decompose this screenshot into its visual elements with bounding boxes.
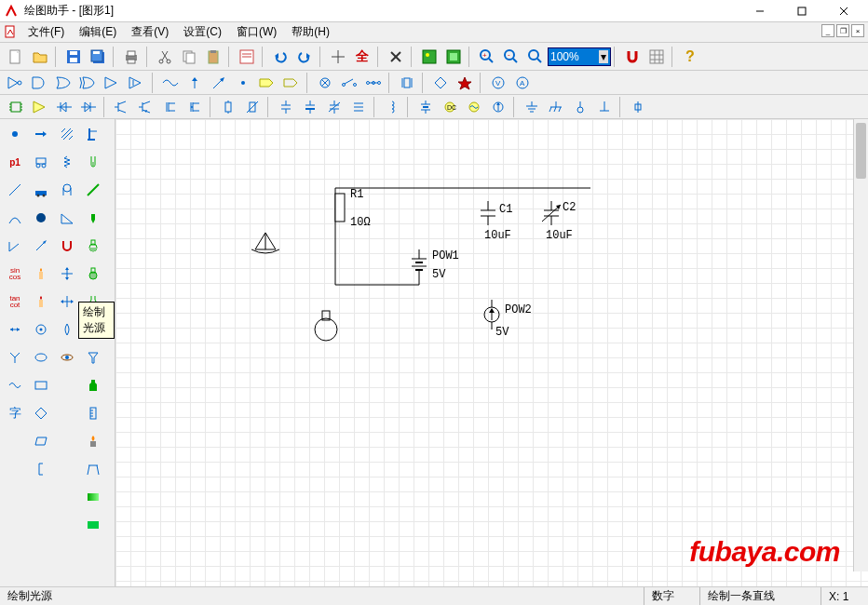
line-tool[interactable]	[3, 178, 27, 202]
parallelogram-tool[interactable]	[29, 429, 53, 453]
not-gate-icon[interactable]	[5, 72, 27, 94]
line-tool2[interactable]	[81, 178, 105, 202]
image-tool-1[interactable]	[418, 46, 441, 68]
switch-closed-icon[interactable]	[362, 72, 385, 94]
redo-button[interactable]	[293, 46, 316, 68]
zoom-in-button[interactable]: +	[476, 46, 498, 68]
wave-icon[interactable]	[159, 72, 182, 94]
or-gate-icon[interactable]	[53, 72, 75, 94]
image-tool-2[interactable]	[442, 46, 465, 68]
terminal-bar-icon[interactable]	[593, 96, 616, 118]
fet-p-icon[interactable]	[183, 96, 206, 118]
wave-tool[interactable]	[3, 373, 27, 397]
diamond-icon[interactable]	[429, 72, 452, 94]
candle-tool[interactable]	[29, 262, 53, 286]
connector-icon[interactable]	[627, 96, 649, 118]
funnel-tool[interactable]	[81, 345, 105, 370]
ground-icon[interactable]	[521, 96, 543, 118]
paste-button[interactable]	[202, 46, 224, 68]
diamond-tool[interactable]	[29, 401, 53, 425]
mdi-close[interactable]: ×	[851, 24, 864, 37]
amplifier-icon[interactable]	[126, 72, 148, 94]
cross-arrows2-tool[interactable]	[55, 289, 79, 314]
delete-button[interactable]	[385, 46, 407, 68]
arrows-tool[interactable]	[3, 317, 27, 342]
terminal-circle-icon[interactable]	[569, 96, 591, 118]
menu-window[interactable]: 窗口(W)	[229, 22, 284, 42]
capacitor-pol-icon[interactable]	[299, 96, 321, 118]
crystal-icon[interactable]	[396, 72, 418, 94]
capacitor-var-icon[interactable]	[323, 96, 346, 118]
ammeter-icon[interactable]: A	[511, 72, 534, 94]
angle-tool[interactable]	[3, 234, 27, 258]
zoom-level-select[interactable]: 100% ▾	[548, 47, 611, 66]
test-tube-tool[interactable]	[81, 150, 105, 174]
cut-button[interactable]	[154, 46, 176, 68]
crosshair-button[interactable]	[327, 46, 349, 68]
fork-tool[interactable]	[3, 345, 27, 370]
gradient-tool[interactable]	[81, 485, 105, 509]
curve-tool[interactable]	[3, 206, 27, 230]
magnet-button[interactable]	[621, 46, 644, 68]
and-gate-icon[interactable]	[29, 72, 51, 94]
dropper-tool[interactable]	[81, 206, 105, 230]
opamp-icon[interactable]	[29, 96, 51, 118]
save-button[interactable]	[62, 46, 85, 68]
save-all-button[interactable]	[87, 46, 109, 68]
hatch-tool[interactable]	[55, 122, 79, 146]
open-file-button[interactable]	[29, 46, 51, 68]
grid-button[interactable]	[645, 46, 668, 68]
menu-edit[interactable]: 编辑(E)	[72, 22, 124, 42]
menu-file[interactable]: 文件(F)	[20, 22, 72, 42]
chip-icon[interactable]	[5, 96, 27, 118]
menu-settings[interactable]: 设置(C)	[176, 22, 229, 42]
pnp-icon[interactable]	[135, 96, 157, 118]
battery-icon[interactable]	[414, 96, 437, 118]
flask-round-tool[interactable]	[81, 234, 105, 258]
rect-tool[interactable]	[29, 373, 53, 397]
switch-open-icon[interactable]	[338, 72, 360, 94]
new-file-button[interactable]	[5, 46, 27, 68]
vertical-scrollbar[interactable]	[853, 119, 868, 571]
diode-right-icon[interactable]	[77, 96, 100, 118]
cross-arrows-tool[interactable]	[55, 262, 79, 286]
close-button[interactable]	[822, 0, 864, 22]
maximize-button[interactable]	[780, 0, 822, 22]
lens-tool[interactable]	[55, 317, 79, 342]
zoom-fit-button[interactable]	[524, 46, 547, 68]
bottle-tool[interactable]	[81, 373, 105, 397]
undo-button[interactable]	[269, 46, 292, 68]
resistor-v-icon[interactable]	[217, 96, 239, 118]
tan-cot-tool[interactable]: tancot	[3, 289, 27, 314]
copy-button[interactable]	[178, 46, 200, 68]
circle-dot-tool[interactable]	[29, 317, 53, 342]
print-button[interactable]	[120, 46, 142, 68]
lamp-icon[interactable]	[314, 72, 336, 94]
tag2-icon[interactable]	[280, 72, 303, 94]
probe-diag-icon[interactable]	[208, 72, 230, 94]
current-source-icon[interactable]	[487, 96, 509, 118]
dc-source-icon[interactable]: DC	[439, 96, 461, 118]
zoom-out-button[interactable]: -	[500, 46, 522, 68]
voltmeter-icon[interactable]: V	[487, 72, 509, 94]
ellipse-tool[interactable]	[29, 345, 53, 370]
menu-view[interactable]: 查看(V)	[124, 22, 176, 42]
block-tool[interactable]	[29, 178, 53, 202]
cart-tool[interactable]	[29, 150, 53, 174]
diode-left-icon[interactable]	[53, 96, 75, 118]
capacitor-3-icon[interactable]	[347, 96, 370, 118]
stand-tool[interactable]	[81, 122, 105, 146]
fet-n-icon[interactable]	[159, 96, 182, 118]
ac-source-icon[interactable]	[463, 96, 485, 118]
incline-tool[interactable]	[55, 206, 79, 230]
tripod-tool[interactable]	[81, 457, 105, 481]
inductor-icon[interactable]	[381, 96, 403, 118]
candle2-tool[interactable]	[29, 289, 53, 314]
mdi-restore[interactable]: ❐	[836, 24, 849, 37]
probe-up-icon[interactable]	[183, 72, 206, 94]
capacitor-icon[interactable]	[275, 96, 297, 118]
graduated-tool[interactable]	[81, 401, 105, 425]
vector-arrow-tool[interactable]	[29, 234, 53, 258]
gradient2-tool[interactable]	[81, 513, 105, 537]
properties-button[interactable]	[236, 46, 258, 68]
